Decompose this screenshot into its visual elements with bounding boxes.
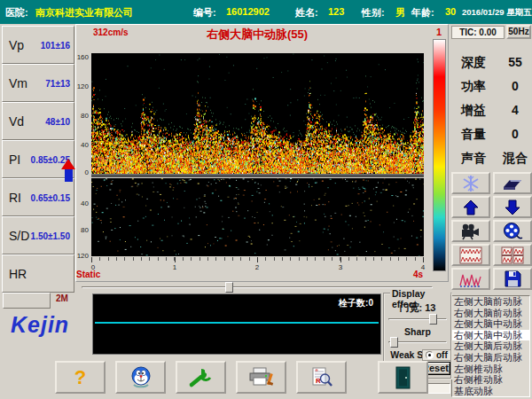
exit-button[interactable] [378,361,428,394]
param-value: 101±16 [41,41,70,51]
reverse-flow-spectrum [91,178,424,256]
setting-label: 音量 [461,127,486,143]
empty-cell [3,293,51,309]
print-button[interactable] [236,361,286,394]
x-tick: 1 [169,263,180,271]
freeze-button[interactable] [451,172,490,194]
radio-circle-icon [426,351,434,359]
static-mode-label: Static [76,270,100,279]
settings-button[interactable] [176,361,226,394]
y-tick: 160 [74,53,89,61]
patient-id-value: 16012902 [226,6,270,17]
sharp-label: Sharp [385,326,450,337]
brand-logo: Kejin [11,312,69,338]
slider-thumb[interactable] [390,337,398,348]
param-value: 1.50±1.50 [31,231,70,241]
slider-track[interactable] [388,318,447,320]
slider-thumb[interactable] [225,282,233,293]
artery-item[interactable]: 右侧椎动脉 [452,374,529,386]
scale-down-button[interactable] [493,196,532,218]
artery-item[interactable]: 左侧大脑前动脉 [452,296,529,308]
setting-label: 功率 [461,79,486,95]
param-label: Vm [9,76,27,90]
single-view-button[interactable] [451,244,490,266]
mmode-label: 2M [56,293,68,303]
sweep-position-slider[interactable] [82,282,433,293]
setting-row-sound: 声音混合 [454,147,530,168]
gender-value: 男 [395,6,405,20]
exit-door-icon [393,366,414,389]
mascot-icon [129,365,153,390]
patient-header-bar: 医院: 南京科进实业有限公司 编号: 16012902 姓名: 123 性别: … [0,0,532,24]
save-floppy-icon [503,270,522,288]
patient-name-value: 123 [328,6,344,17]
printer-icon [248,366,275,389]
x-major-tick [340,257,341,262]
hospital-label: 医院: [5,6,28,20]
artery-item[interactable]: 左侧椎动脉 [452,364,529,375]
patient-name-label: 姓名: [295,6,318,20]
spectrum-canvas [91,53,424,174]
gate-width-slider[interactable] [388,314,447,325]
x-tick: 3 [335,263,346,271]
frequency-button[interactable]: 50Hz [506,25,531,39]
help-button[interactable]: ? [55,361,106,394]
report-button[interactable]: R [296,361,347,394]
setting-value: 混合 [500,151,530,167]
y-tick: 80 [74,226,89,234]
artery-item[interactable]: 左侧大脑后动脉 [452,340,529,352]
param-cell-hr: HR [2,254,74,293]
gate-marker-label: 1 [436,27,442,37]
slider-thumb[interactable] [429,314,437,325]
gate-width-row: 门宽: 13 [385,301,450,315]
y-tick: 40 [74,141,89,149]
param-label: RI [9,191,21,205]
x-major-tick [257,257,258,262]
setting-value: 0 [500,79,530,93]
param-label: Vd [9,114,24,129]
artery-item[interactable]: 右侧大脑后动脉 [452,352,529,364]
param-label: HR [9,267,27,281]
gate-width-value: 13 [425,302,435,313]
artery-item[interactable]: 左侧大脑中动脉 [452,318,529,330]
baseline-indicator[interactable] [61,159,75,185]
age-value: 30 [445,6,456,17]
param-label: PI [9,153,20,167]
record-video-button[interactable] [451,220,490,242]
spectrum-mode-button[interactable] [451,268,490,290]
sharp-slider[interactable] [388,337,447,348]
setting-label: 声音 [461,151,486,167]
artery-item[interactable]: 基底动脉 [452,386,529,397]
radio-label: off [436,350,448,360]
artery-item[interactable]: 右侧大脑前动脉 [452,308,529,319]
hospital-value: 南京科进实业有限公司 [35,6,133,20]
unfreeze-button[interactable] [493,172,532,194]
emboli-count-display: 栓子数:0 [339,297,373,309]
playback-cine-button[interactable] [493,220,532,242]
artery-item[interactable]: 右侧大脑中动脉 [452,330,529,341]
setting-value: 0 [500,127,530,141]
param-value: 48±10 [45,117,70,127]
setting-label: 增益 [461,103,486,119]
patient-id-label: 编号: [193,6,216,20]
age-label: 年龄: [411,6,434,20]
param-cell-vp: Vp101±16 [2,26,74,64]
quad-view-button[interactable] [493,244,532,266]
slider-track[interactable] [82,286,433,288]
report-icon: R [310,366,333,389]
output-tray-icon [502,175,523,192]
param-value: 71±13 [45,79,70,89]
y-tick: 0 [74,168,89,176]
video-camera-icon [460,223,481,240]
baseline-arrow-icon [61,159,75,169]
patient-info-button[interactable] [115,361,166,394]
mmode-trace-line [95,322,379,324]
setting-row-depth: 深度55 [454,51,530,73]
radio-off[interactable]: off [422,349,451,361]
scale-up-button[interactable] [451,196,490,218]
y-tick: 120 [74,82,89,90]
param-cell-vm: Vm71±13 [2,64,74,102]
setting-label: 深度 [461,55,486,71]
save-button[interactable] [493,268,532,290]
artery-list[interactable]: 左侧大脑前动脉 右侧大脑前动脉 左侧大脑中动脉 右侧大脑中动脉 左侧大脑后动脉 … [451,295,530,397]
